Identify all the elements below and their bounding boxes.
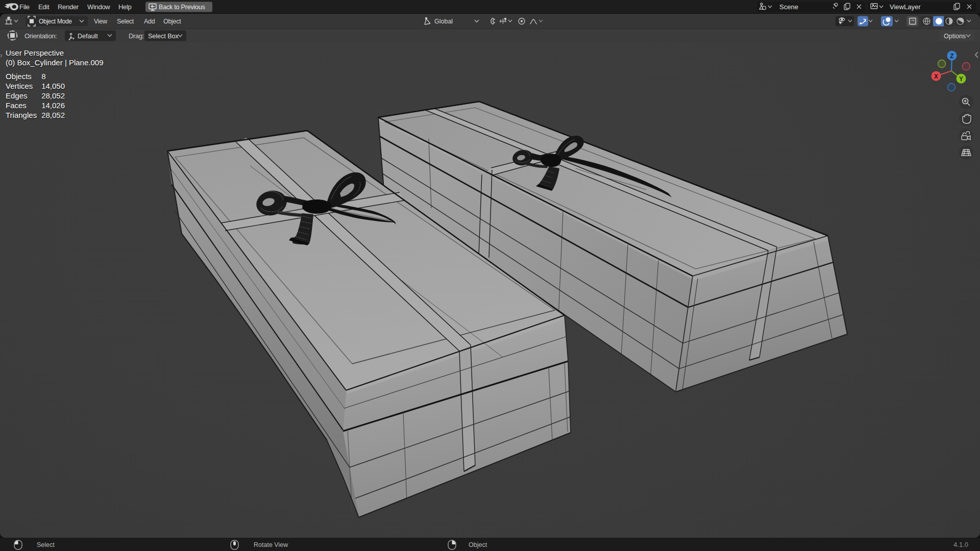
svg-text:ViewLayer: ViewLayer — [890, 3, 921, 11]
svg-text:Help: Help — [118, 3, 132, 11]
svg-text:4.1.0: 4.1.0 — [953, 541, 968, 548]
svg-text:Rotate View: Rotate View — [254, 541, 288, 548]
svg-text:Y: Y — [959, 76, 963, 83]
svg-text:Object: Object — [469, 541, 487, 548]
svg-text:Orientation:: Orientation: — [24, 32, 57, 40]
svg-text:Select: Select — [117, 18, 134, 25]
svg-text:Edit: Edit — [38, 3, 50, 11]
svg-text:File: File — [19, 3, 30, 11]
svg-text:X: X — [934, 73, 938, 80]
svg-text:Object Mode: Object Mode — [39, 18, 72, 25]
svg-text:Global: Global — [434, 18, 453, 25]
svg-text:Drag:: Drag: — [129, 32, 144, 40]
svg-text:Z: Z — [950, 53, 953, 60]
svg-text:Select Box: Select Box — [148, 33, 179, 40]
svg-text:Options: Options — [944, 33, 966, 40]
svg-text:Default: Default — [78, 33, 98, 40]
svg-text:Back to Previous: Back to Previous — [159, 4, 205, 11]
svg-text:View: View — [94, 18, 108, 25]
svg-text:Window: Window — [87, 3, 110, 11]
svg-text:Scene: Scene — [779, 3, 798, 11]
svg-text:Select: Select — [37, 541, 55, 548]
svg-text:Add: Add — [144, 18, 155, 25]
svg-text:Object: Object — [163, 18, 181, 25]
svg-text:Render: Render — [58, 3, 79, 11]
